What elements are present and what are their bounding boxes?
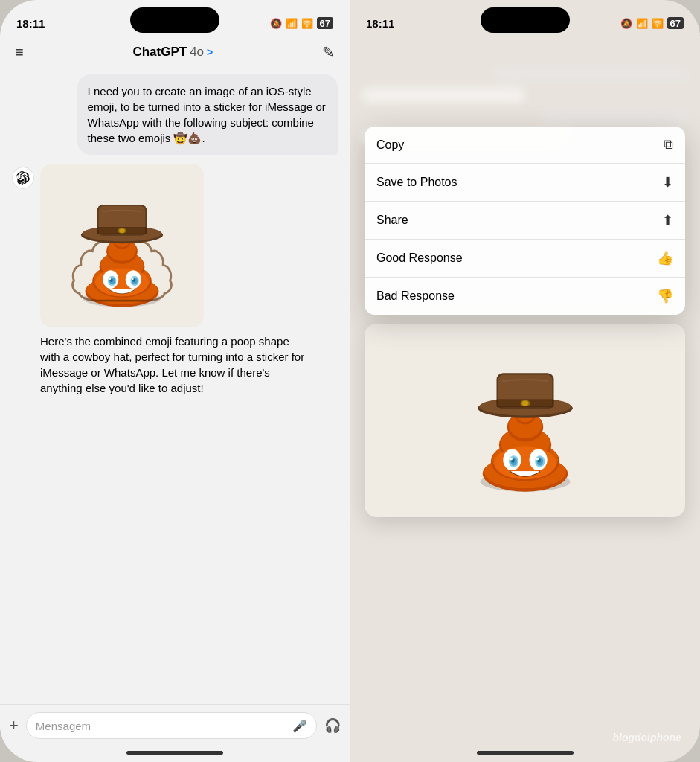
assistant-message: Here's the combined emoji featuring a po… — [12, 164, 338, 396]
svg-point-20 — [109, 278, 111, 280]
dynamic-island — [130, 7, 219, 33]
context-menu: Copy ⧉ Save to Photos ⬇ Share ⬆ Good Res… — [365, 127, 685, 315]
thumbup-icon: 👍 — [657, 250, 673, 266]
bad-response-label: Bad Response — [376, 289, 455, 303]
emoji-preview-svg — [443, 339, 607, 502]
context-menu-save[interactable]: Save to Photos ⬇ — [365, 164, 685, 202]
assistant-avatar — [12, 167, 34, 189]
svg-point-59 — [521, 401, 528, 406]
mic-icon[interactable]: 🎤 — [292, 719, 307, 733]
nav-chevron[interactable]: > — [207, 46, 213, 58]
share-icon: ⬆ — [662, 212, 673, 228]
thumbdown-icon: 👎 — [657, 288, 673, 304]
nav-bar-left: ≡ ChatGPT 4o > ✎ — [0, 37, 350, 67]
signal-icon: 📶 — [286, 18, 298, 29]
hamburger-menu[interactable]: ≡ — [15, 44, 24, 61]
home-indicator-left — [126, 751, 223, 755]
assistant-content: Here's the combined emoji featuring a po… — [40, 164, 307, 396]
svg-point-50 — [510, 458, 512, 460]
nav-title: ChatGPT 4o > — [132, 45, 213, 60]
status-time-right: 18:11 — [366, 17, 394, 30]
copy-icon: ⧉ — [664, 137, 673, 153]
signal-icon-right: 📶 — [636, 18, 648, 29]
phone-left: 18:11 🔕 📶 🛜 67 ≡ ChatGPT 4o > ✎ I need y… — [0, 0, 350, 762]
share-label: Share — [376, 214, 408, 227]
assistant-text: Here's the combined emoji featuring a po… — [40, 333, 307, 396]
good-response-label: Good Response — [376, 252, 463, 265]
headphones-icon[interactable]: 🎧 — [324, 717, 341, 734]
battery-right: 67 — [667, 17, 684, 29]
edit-button[interactable]: ✎ — [322, 43, 335, 61]
context-menu-bad[interactable]: Bad Response 👎 — [365, 278, 685, 315]
svg-point-29 — [119, 228, 125, 233]
context-menu-copy[interactable]: Copy ⧉ — [365, 127, 685, 164]
chatgpt-title: ChatGPT — [132, 45, 187, 60]
battery-left: 67 — [317, 17, 333, 29]
input-bar: + Mensagem 🎤 🎧 — [0, 704, 350, 746]
watermark: blogdoiphone — [612, 731, 681, 743]
user-message-bubble: I need you to create an image of an iOS-… — [77, 74, 338, 155]
user-message-text: I need you to create an image of an iOS-… — [88, 85, 326, 144]
phones-container: 18:11 🔕 📶 🛜 67 ≡ ChatGPT 4o > ✎ I need y… — [0, 0, 700, 762]
emoji-svg — [51, 175, 193, 316]
context-menu-share[interactable]: Share ⬆ — [365, 202, 685, 240]
status-time-left: 18:11 — [16, 17, 45, 30]
save-label: Save to Photos — [376, 176, 457, 189]
wifi-icon-right: 🛜 — [652, 18, 664, 29]
status-icons-left: 🔕 📶 🛜 67 — [270, 17, 333, 29]
emoji-image-box — [40, 164, 204, 327]
svg-point-21 — [132, 278, 134, 280]
svg-point-51 — [536, 458, 538, 460]
input-plus-button[interactable]: + — [9, 716, 19, 735]
right-content: 18:11 🔕 📶 🛜 67 Copy ⧉ Save to Photos ⬇ — [350, 0, 700, 762]
phone-right: 18:11 🔕 📶 🛜 67 Copy ⧉ Save to Photos ⬇ — [350, 0, 700, 762]
emoji-preview-box — [365, 324, 685, 517]
context-menu-good[interactable]: Good Response 👍 — [365, 240, 685, 278]
mute-icon-right: 🔕 — [620, 18, 632, 29]
mute-icon: 🔕 — [270, 18, 282, 29]
save-icon: ⬇ — [662, 174, 673, 190]
message-input-field[interactable]: Mensagem 🎤 — [26, 712, 317, 739]
model-label: 4o — [190, 45, 204, 60]
wifi-icon: 🛜 — [301, 18, 313, 29]
copy-label: Copy — [376, 138, 404, 152]
status-bar-right: 18:11 🔕 📶 🛜 67 — [350, 0, 700, 37]
status-icons-right: 🔕 📶 🛜 67 — [620, 17, 684, 29]
message-placeholder: Mensagem — [36, 720, 286, 732]
chatgpt-logo-icon — [16, 171, 30, 185]
home-indicator-right — [477, 751, 574, 755]
chat-area: I need you to create an image of an iOS-… — [0, 67, 350, 704]
